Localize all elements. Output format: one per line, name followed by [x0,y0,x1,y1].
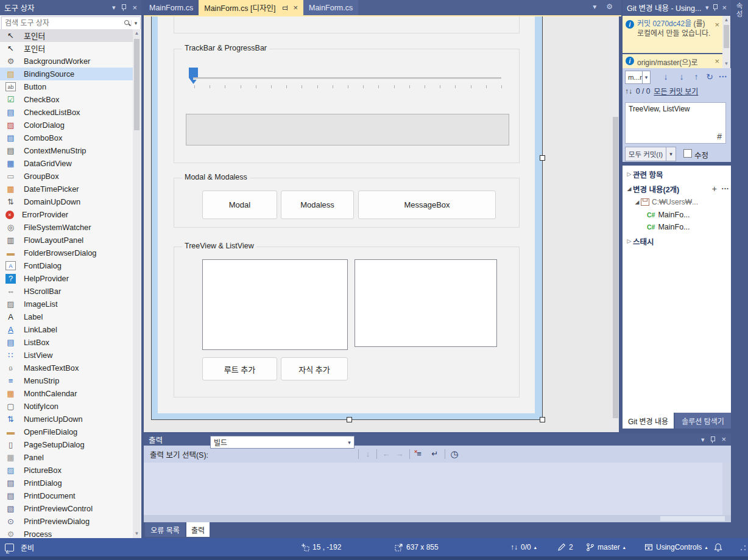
changes-more-icon[interactable]: ··· [722,184,730,193]
designed-form-selection-border[interactable]: TrackBar & ProgressBar Modal & Modaless … [151,16,543,420]
designer-scrollbar[interactable] [612,16,619,432]
toolbox-item-ColorDialog[interactable]: ▨ColorDialog [0,119,133,131]
output-text-area[interactable] [144,463,731,515]
search-dropdown-icon[interactable]: ▾ [131,20,140,26]
toolbox-item-BackgroundWorker[interactable]: ⚙BackgroundWorker [0,55,133,68]
toolbox-item-BindingSource[interactable]: ▤BindingSource [0,68,133,80]
toolbox-item-포인터[interactable]: ↖포인터 [0,29,133,42]
output-close-icon[interactable]: × [721,436,726,443]
listview-control[interactable] [355,259,497,347]
git-more-icon[interactable]: ··· [718,71,729,83]
view-all-commits-link[interactable]: 모든 커밋 보기 [654,86,698,96]
gear-icon[interactable]: ⚙ [606,2,613,11]
toolbox-item-PageSetupDialog[interactable]: ▯PageSetupDialog [0,438,133,451]
pull-icon[interactable]: ↓ [676,71,687,83]
tab-git-changes[interactable]: Git 변경 내용 [623,413,674,429]
section-related-items[interactable]: ▷ 관련 항목 [623,168,734,180]
form-designer-canvas[interactable]: TrackBar & ProgressBar Modal & Modaless … [144,16,619,432]
scroll-up-icon[interactable]: ▲ [722,16,730,24]
tab-pin-icon[interactable] [281,4,288,12]
combo-dropdown-icon[interactable]: ▾ [345,439,354,446]
resize-handle-bottom-center[interactable] [347,417,352,422]
toolbox-item-NotifyIcon[interactable]: ▢NotifyIcon [0,400,133,413]
add-root-button[interactable]: 루트 추가 [202,357,277,380]
output-dropdown-icon[interactable]: ▾ [701,436,705,444]
chevron-collapsed-icon[interactable]: ▷ [626,171,633,177]
toolbox-item-ListBox[interactable]: ▤ListBox [0,336,133,349]
toolbox-item-Process[interactable]: ⚙Process [0,528,133,538]
trackbar-thumb[interactable] [189,68,198,84]
toolbox-search-input[interactable] [2,19,124,27]
toolbox-item-CheckBox[interactable]: ☑CheckBox [0,93,133,106]
treeview-control[interactable] [202,259,348,350]
feedback-icon[interactable] [5,544,14,551]
toolbox-dropdown-icon[interactable]: ▾ [112,4,116,12]
toolbox-item-포인터[interactable]: ↖포인터 [0,42,133,55]
issue-hash-icon[interactable]: # [717,131,722,141]
output-hscrollbar[interactable] [144,515,731,522]
word-wrap-icon[interactable]: ↵ [429,448,441,460]
toolbox-item-LinkLabel[interactable]: ALinkLabel [0,323,133,336]
modal-button[interactable]: Modal [202,191,277,219]
commit-all-button[interactable]: 모두 커밋(I) [625,147,666,161]
chevron-collapsed-icon[interactable]: ▷ [626,238,633,244]
toolbox-item-ErrorProvider[interactable]: ×ErrorProvider [0,208,133,221]
messagebox-button[interactable]: MessageBox [358,191,496,219]
toolbox-item-ContextMenuStrip[interactable]: ▤ContextMenuStrip [0,144,133,157]
toolbox-item-PrintPreviewControl[interactable]: ▧PrintPreviewControl [0,502,133,515]
section-stash[interactable]: ▷ 스태시 [623,235,734,247]
progressbar[interactable] [186,114,509,145]
changed-file-row[interactable]: C# MainFo... M [623,221,748,233]
branch-dropdown-icon[interactable]: ▾ [642,71,650,83]
groupbox-treeview-listview[interactable]: TreeView & ListView 루트 추가 자식 추가 [174,247,520,397]
toolbox-item-Label[interactable]: ALabel [0,310,133,323]
sync-icon[interactable]: ↻ [704,71,715,83]
groupbox-modal-modaless[interactable]: Modal & Modaless Modal Modaless MessageB… [174,178,520,228]
autohide-properties-tab[interactable]: 속성 [734,2,744,18]
timestamp-icon[interactable]: ◷ [448,448,460,460]
status-branch[interactable]: master ▴ [586,538,626,556]
toolbox-item-FlowLayoutPanel[interactable]: ▥FlowLayoutPanel [0,234,133,247]
amend-checkbox[interactable] [683,149,692,158]
output-pin-icon[interactable] [710,436,716,444]
tab-output[interactable]: 출력 [186,522,210,537]
tab-solution-explorer[interactable]: 솔루션 탐색기 [675,413,731,429]
commit-all-dropdown-icon[interactable]: ▾ [666,147,676,161]
toolbox-item-ComboBox[interactable]: ▤ComboBox [0,131,133,144]
toolbox-item-DataGridView[interactable]: ▦DataGridView [0,157,133,170]
branch-selector[interactable]: m...r ▾ [625,71,651,84]
toolbox-item-FileSystemWatcher[interactable]: ◎FileSystemWatcher [0,221,133,234]
toolbox-item-GroupBox[interactable]: ▭GroupBox [0,170,133,183]
git-notification-scrollbar[interactable]: ▲ ▼ [722,16,730,68]
status-sync-commits[interactable]: ↑↓ 0/0 ▴ [510,538,537,556]
add-child-button[interactable]: 자식 추가 [281,357,348,380]
toolbox-pin-icon[interactable] [121,4,127,12]
git-scroll-thumb[interactable] [724,25,729,48]
status-repository[interactable]: UsingControls ▴ [644,538,707,556]
tab-mainform-cs-1[interactable]: MainForm.cs [144,0,199,15]
toolbox-item-FolderBrowserDialog[interactable]: ▬FolderBrowserDialog [0,247,133,259]
section-changes[interactable]: ◢ 변경 내용(2개) + ··· [623,183,734,195]
toolbox-item-ImageList[interactable]: ▨ImageList [0,298,133,310]
git-pin-icon[interactable] [712,4,718,12]
toolbox-item-MenuStrip[interactable]: ≡MenuStrip [0,374,133,387]
goto-message-icon[interactable]: ↓ [362,448,374,460]
repo-path-row[interactable]: ◢ C:₩Users₩... [623,196,742,208]
push-icon[interactable]: ↑ [691,71,702,83]
toolbox-item-FontDialog[interactable]: AFontDialog [0,259,133,272]
toolbox-item-PictureBox[interactable]: ▨PictureBox [0,464,133,477]
groupbox-trackbar-progressbar[interactable]: TrackBar & ProgressBar [174,49,520,163]
commit-hash-link[interactable]: 커밋 0270dc42을 [637,19,691,28]
designed-form-surface[interactable]: TrackBar & ProgressBar Modal & Modaless … [158,16,535,413]
chevron-expanded-icon[interactable]: ◢ [633,199,641,205]
status-unsaved-edits[interactable]: 2 [557,538,573,556]
toolbox-item-PrintDialog[interactable]: ▤PrintDialog [0,477,133,489]
tab-error-list[interactable]: 오류 목록 [145,522,185,537]
tab-close-icon[interactable]: × [293,3,298,12]
designer-scroll-thumb[interactable] [613,117,618,418]
output-vscrollbar[interactable] [722,463,731,515]
output-hscroll-thumb[interactable] [660,516,725,521]
tab-mainform-cs-2[interactable]: MainForm.cs [303,0,358,15]
scroll-up-icon[interactable]: ▲ [133,29,141,38]
scroll-down-icon[interactable]: ▼ [722,60,730,68]
